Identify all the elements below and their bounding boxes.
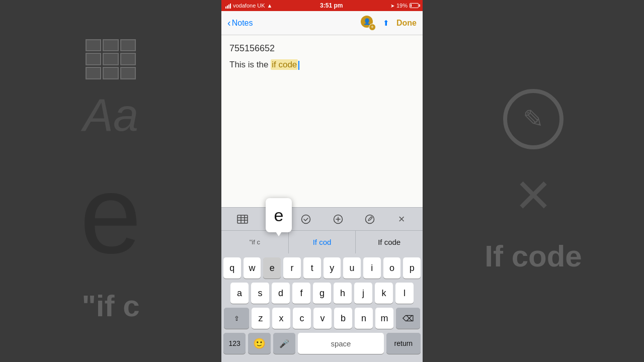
check-circle-icon	[301, 214, 311, 224]
share-button[interactable]: ⬆	[383, 19, 389, 28]
key-popup-letter: e	[274, 207, 284, 224]
key-w[interactable]: w	[244, 257, 261, 279]
key-o[interactable]: o	[383, 257, 401, 279]
pen-format-button[interactable]	[361, 211, 378, 228]
key-k[interactable]: k	[375, 283, 393, 304]
keyboard: q w e r t y u i o p a s d f g h j k l ⇧ …	[221, 253, 423, 360]
key-r[interactable]: r	[283, 257, 301, 279]
key-v[interactable]: v	[313, 308, 332, 329]
key-b[interactable]: b	[334, 308, 352, 329]
key-shift[interactable]: ⇧	[224, 308, 249, 329]
battery-pct: 19%	[396, 3, 408, 9]
keyboard-row-4: 123 🙂 🎤 space return	[223, 333, 421, 354]
bg-if-code-label: If code	[485, 239, 582, 274]
key-m[interactable]: m	[375, 308, 393, 329]
keyboard-row-2: a s d f g h j k l	[223, 283, 421, 304]
nav-bar: ‹ Notes 👤 + ⬆ Done	[221, 11, 423, 35]
note-body-text: This is the if code	[229, 60, 415, 70]
key-n[interactable]: n	[355, 308, 373, 329]
autocomplete-bar: e "if c If cod If code	[221, 230, 423, 253]
status-bar: vodafone UK ▲ 3:51 pm ➤ 19%	[221, 0, 423, 11]
back-label: Notes	[232, 19, 253, 28]
signal-bar-1	[225, 7, 226, 9]
bg-x-icon: ×	[516, 159, 551, 229]
keyboard-row-1: q w e r t y u i o p	[223, 257, 421, 279]
key-delete[interactable]: ⌫	[396, 308, 420, 329]
bg-table-icon	[86, 39, 136, 79]
key-a[interactable]: a	[230, 283, 249, 304]
key-return[interactable]: return	[386, 333, 421, 354]
signal-bar-3	[228, 5, 229, 9]
status-left: vodafone UK ▲	[225, 3, 273, 9]
close-format-button[interactable]: ×	[393, 211, 410, 228]
key-c[interactable]: c	[293, 308, 311, 329]
key-g[interactable]: g	[313, 283, 331, 304]
key-l[interactable]: l	[395, 283, 414, 304]
location-icon: ➤	[390, 3, 394, 9]
key-q[interactable]: q	[223, 257, 241, 279]
svg-point-5	[302, 215, 310, 223]
keyboard-row-3: ⇧ z x c v b n m ⌫	[223, 308, 421, 329]
status-time: 3:51 pm	[320, 2, 343, 9]
key-num[interactable]: 123	[223, 333, 246, 354]
collab-plus-icon: +	[369, 24, 376, 31]
note-highlighted-word: if code	[271, 59, 298, 70]
key-f[interactable]: f	[292, 283, 310, 304]
key-popup: e	[266, 198, 292, 232]
autocomplete-item-3[interactable]: If code	[356, 231, 423, 253]
bg-right-panel: ✎ × If code	[423, 0, 644, 362]
format-toolbar: Aa ×	[221, 207, 423, 230]
key-e[interactable]: e	[263, 257, 281, 279]
bg-circle-pencil-icon: ✎	[503, 89, 564, 149]
signal-bar-4	[230, 4, 231, 9]
table-format-button[interactable]	[234, 211, 251, 228]
done-button[interactable]: Done	[396, 19, 417, 28]
key-j[interactable]: j	[354, 283, 372, 304]
wifi-icon: ▲	[267, 3, 273, 9]
autocomplete-item-2[interactable]: If cod	[289, 231, 356, 253]
battery-icon	[410, 3, 419, 8]
carrier-label: vodafone UK	[233, 3, 265, 9]
bottom-bar	[221, 360, 423, 362]
key-emoji[interactable]: 🙂	[248, 333, 270, 354]
collab-button[interactable]: 👤 +	[361, 16, 376, 31]
text-cursor	[298, 61, 299, 70]
battery-fill	[411, 4, 412, 7]
key-h[interactable]: h	[334, 283, 352, 304]
add-circle-icon	[333, 214, 343, 224]
key-y[interactable]: y	[324, 257, 341, 279]
signal-bar-2	[227, 6, 228, 9]
key-i[interactable]: i	[363, 257, 381, 279]
note-content-area[interactable]: 755156652 This is the if code	[221, 35, 423, 207]
svg-rect-0	[237, 215, 248, 223]
note-number: 755156652	[229, 43, 415, 54]
key-t[interactable]: t	[303, 257, 321, 279]
bg-font-label: Aa	[83, 89, 138, 141]
key-popup-tail	[276, 232, 282, 236]
bg-e-letter: e	[80, 151, 141, 279]
svg-point-9	[365, 215, 374, 223]
pen-circle-icon	[365, 214, 375, 224]
status-right: ➤ 19%	[390, 3, 419, 9]
bg-pencil-icon: ✎	[523, 105, 544, 134]
note-text-before: This is the	[229, 60, 271, 69]
key-s[interactable]: s	[251, 283, 269, 304]
checklist-format-button[interactable]	[297, 211, 314, 228]
table-icon	[237, 215, 248, 224]
signal-bars	[225, 3, 231, 9]
back-button[interactable]: ‹ Notes	[227, 17, 253, 29]
key-u[interactable]: u	[343, 257, 361, 279]
back-arrow-icon: ‹	[227, 17, 231, 29]
nav-actions: 👤 + ⬆ Done	[361, 16, 417, 31]
bg-left-panel: Aa e "if c	[0, 0, 221, 362]
add-format-button[interactable]	[330, 211, 347, 228]
key-z[interactable]: z	[252, 308, 270, 329]
key-x[interactable]: x	[272, 308, 290, 329]
key-space[interactable]: space	[298, 333, 384, 354]
key-p[interactable]: p	[403, 257, 421, 279]
key-mic[interactable]: 🎤	[273, 333, 295, 354]
bg-quoted-text: "if c	[82, 289, 139, 323]
phone-frame: vodafone UK ▲ 3:51 pm ➤ 19% ‹ Notes 👤 + …	[221, 0, 423, 362]
key-d[interactable]: d	[272, 283, 290, 304]
